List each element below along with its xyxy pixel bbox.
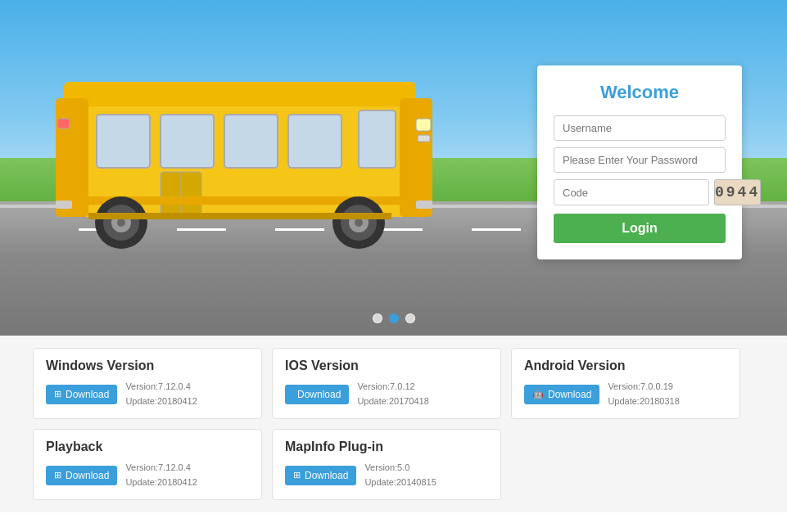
downloads-section: Windows Version ⊞ Download Version:7.12.… (0, 336, 787, 512)
download-row-android: 🤖 Download Version:7.0.0.19 Update:20180… (524, 380, 727, 408)
captcha-image[interactable]: 0944 (714, 179, 761, 205)
download-update-android: Update:20180318 (608, 394, 679, 409)
svg-rect-4 (97, 115, 150, 168)
download-card-ios: IOS Version Download Version:7.0.12 Upda… (272, 348, 501, 419)
svg-rect-25 (88, 213, 391, 219)
download-update-ios: Update:20170418 (357, 394, 428, 409)
username-input[interactable] (554, 115, 726, 141)
svg-rect-12 (416, 119, 431, 131)
download-card-playback: Playback ⊞ Download Version:7.12.0.4 Upd… (33, 429, 262, 500)
download-version-ios: Version:7.0.12 (357, 380, 428, 394)
download-card-mapinfo: MapInfo Plug-in ⊞ Download Version:5.0 U… (272, 429, 501, 500)
download-btn-mapinfo[interactable]: ⊞ Download (285, 466, 356, 485)
download-version-windows: Version:7.12.0.4 (125, 380, 197, 394)
download-btn-label-ios: Download (297, 389, 341, 400)
svg-rect-7 (288, 115, 341, 168)
svg-point-19 (117, 219, 125, 227)
download-btn-label-android: Download (548, 389, 591, 400)
download-btn-ios[interactable]: Download (285, 385, 349, 404)
download-icon-windows: ⊞ (54, 389, 61, 399)
download-card-android: Android Version 🤖 Download Version:7.0.0… (511, 348, 740, 419)
download-title-mapinfo: MapInfo Plug-in (285, 440, 488, 454)
download-meta-ios: Version:7.0.12 Update:20170418 (357, 380, 428, 408)
download-version-mapinfo: Version:5.0 (364, 461, 436, 476)
download-title-android: Android Version (524, 358, 727, 373)
download-btn-label-playback: Download (66, 470, 109, 481)
download-version-android: Version:7.0.0.19 (608, 380, 679, 394)
download-btn-android[interactable]: 🤖 Download (524, 385, 599, 404)
download-meta-android: Version:7.0.0.19 Update:20180318 (608, 380, 679, 408)
svg-rect-8 (359, 110, 396, 168)
download-meta-mapinfo: Version:5.0 Update:20140815 (364, 461, 436, 489)
download-card-windows: Windows Version ⊞ Download Version:7.12.… (33, 348, 262, 419)
download-row-windows: ⊞ Download Version:7.12.0.4 Update:20180… (46, 380, 249, 408)
svg-rect-6 (224, 115, 278, 168)
download-icon-playback: ⊞ (54, 470, 61, 480)
download-title-ios: IOS Version (285, 358, 488, 373)
download-title-playback: Playback (46, 440, 249, 454)
captcha-row: 0944 (554, 179, 726, 205)
download-update-mapinfo: Update:20140815 (364, 476, 436, 490)
carousel-dots (373, 313, 415, 323)
login-button[interactable]: Login (554, 214, 726, 243)
download-update-windows: Update:20180412 (125, 394, 197, 409)
download-btn-label-windows: Download (66, 389, 109, 400)
bus-image (39, 74, 449, 254)
svg-point-23 (355, 219, 363, 227)
download-title-windows: Windows Version (46, 358, 249, 373)
download-icon-android: 🤖 (532, 389, 544, 399)
svg-rect-5 (161, 115, 214, 168)
carousel-dot-3[interactable] (405, 313, 415, 323)
password-input[interactable] (554, 147, 726, 173)
carousel-dot-1[interactable] (373, 313, 382, 323)
download-btn-label-mapinfo: Download (305, 470, 348, 481)
svg-rect-13 (57, 119, 70, 128)
login-panel: Welcome 0944 Login (537, 65, 742, 259)
svg-rect-1 (64, 82, 416, 106)
carousel-dot-2[interactable] (389, 313, 399, 323)
download-update-playback: Update:20180412 (125, 476, 197, 490)
download-icon-mapinfo: ⊞ (293, 470, 301, 480)
download-meta-playback: Version:7.12.0.4 Update:20180412 (125, 461, 197, 489)
svg-rect-24 (418, 135, 430, 142)
download-row-playback: ⊞ Download Version:7.12.0.4 Update:20180… (46, 461, 249, 489)
login-title: Welcome (554, 82, 726, 103)
hero-section: Welcome 0944 Login (0, 0, 787, 336)
download-btn-windows[interactable]: ⊞ Download (46, 385, 117, 404)
svg-rect-14 (416, 201, 432, 209)
svg-rect-15 (56, 201, 72, 209)
download-version-playback: Version:7.12.0.4 (125, 461, 197, 476)
download-row-mapinfo: ⊞ Download Version:5.0 Update:20140815 (285, 461, 488, 489)
download-row-ios: Download Version:7.0.12 Update:20170418 (285, 380, 488, 408)
code-input[interactable] (554, 179, 709, 205)
download-meta-windows: Version:7.12.0.4 Update:20180412 (125, 380, 197, 408)
download-btn-playback[interactable]: ⊞ Download (46, 466, 117, 485)
